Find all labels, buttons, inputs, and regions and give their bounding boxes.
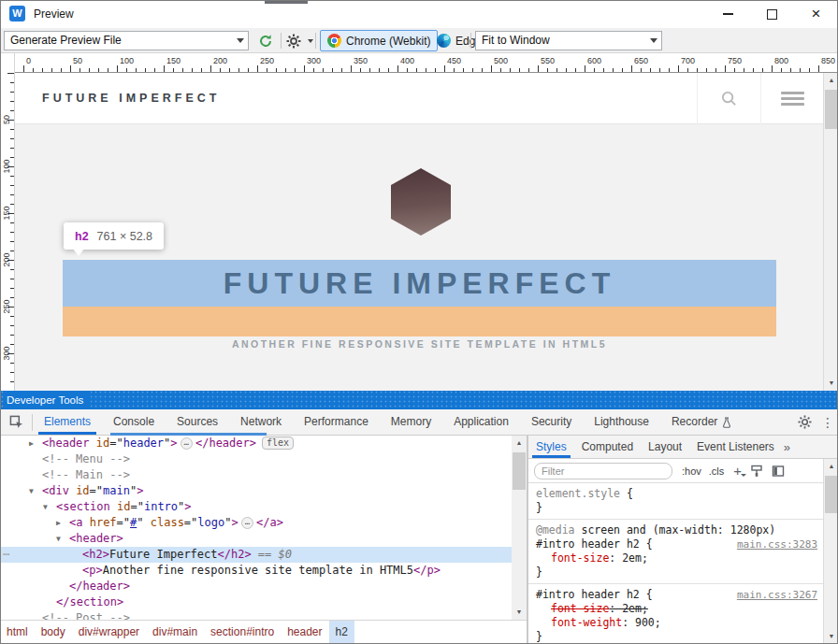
- sidebar-tab-styles[interactable]: Styles: [528, 436, 574, 458]
- breadcrumb-item-html[interactable]: html: [0, 621, 35, 644]
- breadcrumb-item-section-intro[interactable]: section#intro: [204, 621, 281, 644]
- chrome-webkit-button[interactable]: Chrome (Webkit): [320, 30, 438, 51]
- rendering-emulation-button[interactable]: [750, 465, 763, 478]
- ruler-label: 500: [494, 56, 508, 65]
- site-subtitle: ANOTHER FINE RESPONSIVE SITE TEMPLATE IN…: [63, 338, 776, 350]
- scroll-up-icon[interactable]: ▲: [824, 459, 838, 474]
- dom-tree-row[interactable]: <!-- Main -->: [0, 467, 527, 483]
- scrollbar-thumb[interactable]: [825, 476, 838, 513]
- dom-tree-row[interactable]: ▼<header>: [0, 531, 527, 547]
- ruler-tick: [201, 68, 202, 72]
- devtools-settings-button[interactable]: [791, 409, 817, 435]
- css-line[interactable]: }: [534, 630, 817, 644]
- scroll-down-icon[interactable]: ▼: [824, 629, 838, 644]
- more-tabs-icon[interactable]: »: [784, 440, 790, 454]
- preview-scrollbar[interactable]: ▲ ▼: [823, 73, 838, 391]
- dom-tree-row[interactable]: ▶<header id="header">…</header>flex: [0, 436, 527, 451]
- css-line[interactable]: main.css:3267#intro header h2 {: [534, 588, 817, 602]
- site-hexagon-logo[interactable]: [391, 168, 451, 236]
- title-bar[interactable]: W Preview ×: [0, 0, 838, 28]
- expand-arrow-open-icon[interactable]: ▼: [43, 499, 48, 515]
- row-options-icon[interactable]: ⋯: [3, 547, 9, 563]
- css-line[interactable]: main.css:3283#intro header h2 {: [534, 537, 817, 551]
- site-logo[interactable]: FUTURE IMPERFECT: [42, 73, 220, 124]
- settings-button[interactable]: [285, 31, 313, 50]
- css-line[interactable]: @media screen and (max-width: 1280px): [534, 523, 817, 537]
- maximize-button[interactable]: [750, 0, 794, 28]
- refresh-button[interactable]: [254, 31, 277, 50]
- dom-tree-scrollbar[interactable]: ▲ ▼: [512, 436, 527, 620]
- ruler-tick: [706, 68, 707, 72]
- expand-arrow-open-icon[interactable]: ▼: [56, 531, 61, 547]
- css-line[interactable]: font-size: 2em;: [534, 551, 817, 565]
- devtools-tab-recorder[interactable]: Recorder: [660, 409, 744, 435]
- site-menu-button[interactable]: [760, 73, 823, 124]
- sidebar-tab-computed[interactable]: Computed: [574, 436, 641, 458]
- styles-filter-input[interactable]: [534, 463, 672, 479]
- devtools-tab-security[interactable]: Security: [520, 409, 583, 435]
- toggle-sidebar-button[interactable]: [772, 465, 785, 478]
- devtools-more-options-button[interactable]: ⋮: [817, 409, 838, 435]
- dom-tree-row[interactable]: ⋯<h2>Future Imperfect</h2> == $0: [0, 547, 527, 563]
- devtools-title-bar[interactable]: Developer Tools: [0, 391, 838, 409]
- site-search-button[interactable]: [697, 73, 759, 124]
- ruler-tick: [248, 68, 249, 72]
- breadcrumb-item-div-main[interactable]: div#main: [146, 621, 204, 644]
- zoom-combo[interactable]: Fit to Window: [475, 31, 662, 50]
- styles-rules-list: element.style {}@media screen and (max-w…: [528, 483, 823, 644]
- generate-preview-combo[interactable]: Generate Preview File: [4, 31, 249, 50]
- css-line[interactable]: font-weight: 900;: [534, 616, 817, 630]
- inspect-element-button[interactable]: [0, 409, 32, 435]
- ruler-tick: [10, 194, 14, 195]
- devtools-tab-elements[interactable]: Elements: [33, 409, 102, 435]
- expand-arrow-closed-icon[interactable]: ▶: [56, 515, 61, 531]
- pseudo-state-toggle[interactable]: :hov: [682, 465, 701, 477]
- dom-tree-row[interactable]: ▼<section id="intro">: [0, 499, 527, 515]
- scroll-up-icon[interactable]: ▲: [512, 436, 527, 451]
- scroll-up-icon[interactable]: ▲: [824, 73, 838, 88]
- breadcrumb-item-h2[interactable]: h2: [329, 621, 354, 644]
- dom-tree-row[interactable]: ▼<div id="main">: [0, 483, 527, 499]
- styles-scrollbar[interactable]: ▲ ▼: [823, 459, 838, 644]
- devtools-tab-memory[interactable]: Memory: [380, 409, 442, 435]
- close-button[interactable]: ×: [794, 0, 838, 28]
- css-source-link[interactable]: main.css:3267: [737, 588, 817, 602]
- expand-arrow-open-icon[interactable]: ▼: [29, 483, 34, 499]
- ruler-tick: [594, 68, 595, 72]
- devtools-tab-sources[interactable]: Sources: [166, 409, 229, 435]
- devtools-tab-console[interactable]: Console: [102, 409, 166, 435]
- scrollbar-thumb[interactable]: [825, 90, 838, 129]
- devtools-tab-performance[interactable]: Performance: [293, 409, 380, 435]
- dom-tree-row[interactable]: ▶<a href="#" class="logo">…</a>: [0, 515, 527, 531]
- devtools-tab-network[interactable]: Network: [229, 409, 293, 435]
- toolbar-separator: [470, 33, 471, 49]
- dom-tree-row[interactable]: <!-- Menu -->: [0, 451, 527, 467]
- scrollbar-thumb[interactable]: [513, 452, 526, 490]
- scroll-down-icon[interactable]: ▼: [512, 605, 527, 620]
- chevron-down-icon: [308, 39, 313, 43]
- breadcrumb-item-header[interactable]: header: [281, 621, 328, 644]
- new-style-rule-button[interactable]: +: [733, 465, 742, 478]
- sidebar-tab-event-listeners[interactable]: Event Listeners: [689, 436, 782, 458]
- dom-tree-row[interactable]: </header>: [0, 579, 527, 594]
- dom-tree-row[interactable]: </section>: [0, 594, 527, 610]
- minimize-button[interactable]: [706, 0, 750, 28]
- sidebar-tab-layout[interactable]: Layout: [641, 436, 689, 458]
- css-source-link[interactable]: main.css:3283: [737, 537, 817, 551]
- css-line[interactable]: element.style {: [534, 487, 817, 501]
- css-line[interactable]: }: [534, 501, 817, 515]
- devtools-tab-application[interactable]: Application: [442, 409, 520, 435]
- kebab-menu-icon: ⋮: [821, 415, 834, 430]
- css-line[interactable]: }: [534, 565, 817, 580]
- dom-tree-row[interactable]: <p>Another fine responsive site template…: [0, 563, 527, 579]
- devtools-tab-lighthouse[interactable]: Lighthouse: [583, 409, 660, 435]
- ruler-tick: [42, 68, 43, 72]
- scroll-down-icon[interactable]: ▼: [824, 376, 838, 391]
- css-line[interactable]: font-size: 2em;: [534, 602, 817, 616]
- breadcrumb-item-div-wrapper[interactable]: div#wrapper: [72, 621, 146, 644]
- expand-arrow-closed-icon[interactable]: ▶: [29, 436, 34, 451]
- element-classes-toggle[interactable]: .cls: [709, 465, 725, 477]
- ruler-tick: [323, 68, 324, 72]
- breadcrumb-item-body[interactable]: body: [35, 621, 72, 644]
- dom-tree-row[interactable]: <!-- Post -->: [0, 610, 527, 620]
